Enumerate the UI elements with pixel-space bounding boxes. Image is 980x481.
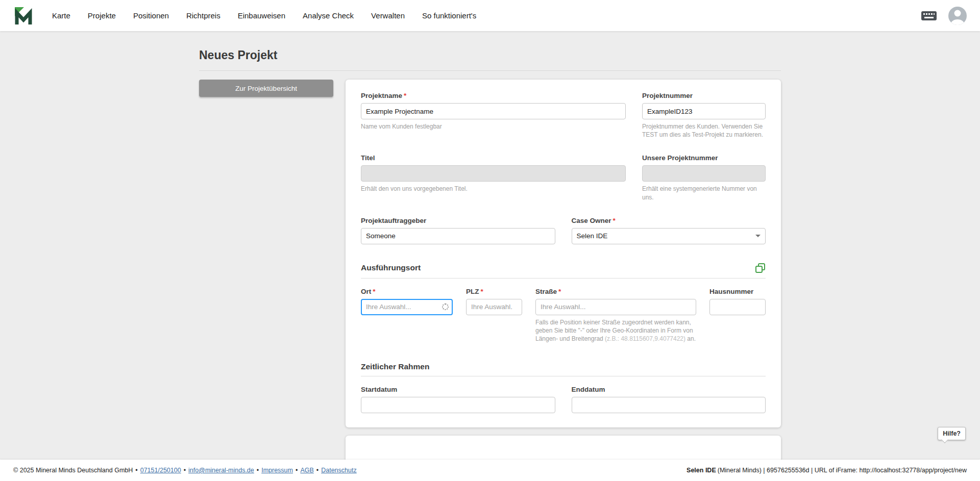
title-divider [199,70,781,71]
nav-items: Karte Projekte Positionen Richtpreis Ein… [52,11,921,20]
person-icon [948,7,967,25]
copy-icon [755,263,766,273]
ort-input[interactable] [361,299,453,315]
projektname-input[interactable] [361,103,626,119]
plz-label: PLZ* [466,288,522,295]
projektname-helper: Name vom Kunden festlegbar [361,122,626,131]
footer-impressum-link[interactable]: Impressum [261,467,293,474]
field-projektnummer: Projektnummer Projektnummer des Kunden. … [642,92,766,139]
field-strasse: Straße* Falls die Position keiner Straße… [535,288,696,343]
page-title: Neues Projekt [199,48,781,62]
loading-spinner-icon [442,303,449,310]
footer-session-text: (Mineral Minds) | 69576255536d | URL of … [718,467,967,474]
navbar-right [921,7,967,25]
required-marker: * [558,288,561,295]
nav-verwalten[interactable]: Verwalten [371,11,405,20]
help-badge[interactable]: Hilfe? [938,427,966,440]
field-plz: PLZ* [466,288,522,343]
unsere-projektnummer-input [642,165,766,182]
enddatum-input[interactable] [572,397,766,413]
mineral-minds-logo[interactable] [13,6,34,26]
strasse-label: Straße* [535,288,696,295]
section-zeitlicher-rahmen: Zeitlicher Rahmen [361,362,766,376]
startdatum-input[interactable] [361,397,555,413]
projektnummer-label: Projektnummer [642,92,766,99]
titel-label: Titel [361,154,626,162]
next-form-card [346,436,781,460]
projektnummer-input[interactable] [642,103,766,119]
nav-richtpreis[interactable]: Richtpreis [186,11,220,20]
field-projektname: Projektname* Name vom Kunden festlegbar [361,92,626,139]
projektname-label: Projektname* [361,92,626,99]
required-marker: * [613,217,616,224]
enddatum-label: Enddatum [572,386,766,393]
required-marker: * [404,92,406,99]
top-navbar: Karte Projekte Positionen Richtpreis Ein… [0,0,980,31]
strasse-helper: Falls die Position keiner Straße zugeord… [535,318,696,343]
section-ausfuehrungsort: Ausführungsort [361,263,766,279]
nav-positionen[interactable]: Positionen [133,11,169,20]
projektauftraggeber-input[interactable] [361,228,555,244]
field-projektauftraggeber: Projektauftraggeber [361,217,555,244]
footer-email-link[interactable]: info@mineral-minds.de [188,467,254,474]
nav-analyse-check[interactable]: Analyse Check [303,11,354,20]
ausfuehrungsort-title: Ausführungsort [361,263,421,272]
zeitlicher-rahmen-title: Zeitlicher Rahmen [361,362,429,371]
hausnummer-label: Hausnummer [709,288,766,295]
unsere-projektnummer-label: Unsere Projektnummer [642,154,766,162]
logo-icon [13,6,34,26]
field-startdatum: Startdatum [361,386,555,413]
field-case-owner: Case Owner* Selen IDE [572,217,766,244]
projektnummer-helper: Projektnummer des Kunden. Verwenden Sie … [642,122,766,139]
case-owner-label: Case Owner* [572,217,766,224]
field-unsere-projektnummer: Unsere Projektnummer Erhält eine systemg… [642,154,766,201]
copy-address-button[interactable] [755,263,766,273]
titel-helper: Erhält den von uns vorgegebenen Titel. [361,185,626,193]
case-owner-select[interactable]: Selen IDE [572,228,766,244]
field-ort: Ort* [361,288,453,343]
nav-karte[interactable]: Karte [52,11,70,20]
page-footer: © 2025 Mineral Minds Deutschland GmbH • … [0,460,980,481]
case-owner-value: Selen IDE [577,232,608,240]
titel-input [361,165,626,182]
back-to-overview-button[interactable]: Zur Projektübersicht [199,80,333,97]
footer-session-info: Selen IDE (Mineral Minds) | 69576255536d… [687,467,967,474]
keyboard-icon[interactable] [921,10,937,21]
field-enddatum: Enddatum [572,386,766,413]
user-avatar[interactable] [948,7,967,25]
required-marker: * [481,288,483,295]
nav-projekte[interactable]: Projekte [88,11,116,20]
footer-phone-link[interactable]: 07151/250100 [140,467,181,474]
copyright-text: © 2025 Mineral Minds Deutschland GmbH [13,467,133,474]
footer-left: © 2025 Mineral Minds Deutschland GmbH • … [13,467,357,474]
startdatum-label: Startdatum [361,386,555,393]
hausnummer-input[interactable] [709,299,766,315]
nav-einbauweisen[interactable]: Einbauweisen [238,11,285,20]
main-content: Neues Projekt Zur Projektübersicht Proje… [0,31,980,460]
nav-so-funktionierts[interactable]: So funktioniert's [422,11,476,20]
strasse-input[interactable] [535,299,696,315]
project-form-card: Projektname* Name vom Kunden festlegbar … [346,80,781,427]
footer-user-name: Selen IDE [687,467,716,474]
unsere-projektnummer-helper: Erhält eine systemgenerierte Nummer von … [642,185,766,201]
field-hausnummer: Hausnummer [709,288,766,343]
footer-agb-link[interactable]: AGB [300,467,313,474]
field-titel: Titel Erhält den von uns vorgegebenen Ti… [361,154,626,201]
plz-input[interactable] [466,299,522,315]
required-marker: * [373,288,375,295]
footer-datenschutz-link[interactable]: Datenschutz [321,467,356,474]
chevron-down-icon [755,235,761,237]
projektauftraggeber-label: Projektauftraggeber [361,217,555,224]
ort-label: Ort* [361,288,453,295]
